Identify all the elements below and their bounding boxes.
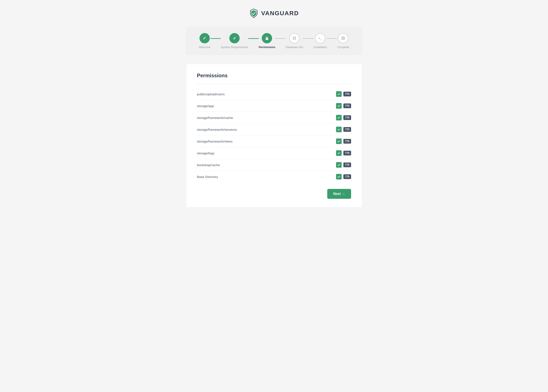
permission-badge: 775 — [343, 92, 351, 96]
connector-2 — [248, 38, 259, 39]
step-circle-welcome: ✓ — [199, 33, 210, 43]
logo-text: VANGUARD — [261, 10, 299, 17]
permission-path: bootstrap/cache — [197, 163, 220, 167]
terminal-icon: >_ — [318, 36, 322, 40]
permission-status: 775 — [336, 127, 351, 132]
step-installation: >_ Installation — [314, 33, 327, 49]
permission-row: storage/logs 775 — [197, 147, 351, 159]
permission-check-icon — [336, 127, 342, 132]
connector-5 — [327, 38, 337, 39]
step-label-installation: Installation — [314, 46, 327, 49]
permission-status: 775 — [336, 91, 351, 97]
permission-path: storage/logs — [197, 151, 215, 155]
permissions-card: Permissions public/upload/users 775 stor… — [186, 64, 362, 208]
permission-path: storage/framework/cache — [197, 116, 233, 119]
card-divider — [197, 84, 351, 84]
permission-row: bootstrap/cache 775 — [197, 159, 351, 171]
permission-check-icon — [336, 162, 342, 168]
permission-check-icon — [336, 139, 342, 144]
permission-badge: 775 — [343, 115, 351, 120]
permission-check-icon — [336, 115, 342, 120]
step-system-requirements: ✓ System Requirements — [221, 33, 248, 49]
permission-path: storage/framework/sessions — [197, 128, 237, 131]
permission-badge: 775 — [343, 162, 351, 167]
step-label-database-info: Database Info — [286, 46, 303, 49]
step-label-permissions: Permissions — [259, 46, 275, 49]
lock-icon — [265, 36, 269, 40]
permission-status: 775 — [336, 150, 351, 156]
step-circle-installation: >_ — [315, 33, 325, 43]
permission-badge: 775 — [343, 151, 351, 155]
permission-status: 775 — [336, 103, 351, 109]
step-circle-database-info — [289, 33, 300, 43]
permission-badge: 775 — [343, 127, 351, 132]
vanguard-logo-icon — [249, 9, 259, 18]
permission-badge: 775 — [343, 174, 351, 179]
connector-1 — [211, 38, 221, 39]
next-button-row: Next → — [197, 189, 351, 199]
step-label-welcome: Welcome — [199, 46, 211, 49]
connector-4 — [303, 38, 313, 39]
next-button[interactable]: Next → — [327, 189, 351, 199]
permission-row: public/upload/users 775 — [197, 88, 351, 100]
step-welcome: ✓ Welcome — [199, 33, 211, 49]
permission-path: Base Directory — [197, 175, 218, 179]
connector-3 — [275, 38, 286, 39]
complete-icon — [341, 36, 345, 40]
step-complete: Complete — [337, 33, 349, 49]
step-permissions: Permissions — [259, 33, 275, 49]
step-circle-complete — [338, 33, 348, 43]
permission-path: public/upload/users — [197, 92, 225, 96]
permission-check-icon — [336, 150, 342, 156]
step-database-info: Database Info — [286, 33, 303, 49]
permission-status: 775 — [336, 162, 351, 168]
permission-status: 775 — [336, 115, 351, 120]
svg-point-2 — [293, 37, 296, 38]
step-circle-permissions — [262, 33, 272, 43]
permission-row: storage/framework/views 775 — [197, 135, 351, 147]
permission-check-icon — [336, 91, 342, 97]
permission-path: storage/app — [197, 104, 214, 108]
svg-rect-3 — [342, 37, 345, 40]
permission-row: storage/framework/sessions 775 — [197, 124, 351, 135]
card-title: Permissions — [197, 73, 351, 79]
permissions-list: public/upload/users 775 storage/app 775 — [197, 88, 351, 182]
permission-status: 775 — [336, 139, 351, 144]
welcome-check-icon: ✓ — [203, 36, 206, 41]
step-label-system-requirements: System Requirements — [221, 46, 248, 49]
permission-row: storage/framework/cache 775 — [197, 112, 351, 124]
permission-check-icon — [336, 103, 342, 109]
stepper-container: ✓ Welcome ✓ System Requirements Permissi… — [186, 27, 362, 55]
permission-path: storage/framework/views — [197, 140, 232, 143]
permission-badge: 775 — [343, 104, 351, 108]
step-circle-system-requirements: ✓ — [229, 33, 240, 43]
permission-badge: 775 — [343, 139, 351, 144]
database-icon — [292, 36, 296, 40]
permission-check-icon — [336, 174, 342, 180]
stepper: ✓ Welcome ✓ System Requirements Permissi… — [199, 33, 349, 49]
permission-row: storage/app 775 — [197, 100, 351, 112]
permission-status: 775 — [336, 174, 351, 180]
step-label-complete: Complete — [337, 46, 349, 49]
permission-row: Base Directory 775 — [197, 171, 351, 182]
system-req-check-icon: ✓ — [233, 36, 236, 41]
svg-point-1 — [267, 39, 267, 39]
logo: VANGUARD — [249, 9, 299, 18]
